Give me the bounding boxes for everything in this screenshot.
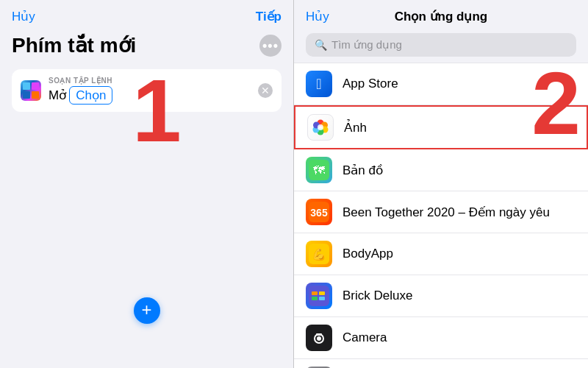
app-icon-maps: 🗺 (306, 157, 332, 183)
left-title-row: Phím tắt mới ••• (0, 30, 293, 69)
app-icon-bodyapp: 💪 (306, 241, 332, 267)
choose-button[interactable]: Chọn (69, 86, 112, 105)
camera-icon-svg (309, 328, 329, 348)
add-action-button[interactable]: + (134, 297, 160, 324)
close-icon: ✕ (261, 85, 270, 96)
app-name-been: Been Together 2020 – Đếm ngày yêu (343, 205, 550, 220)
left-header: Hủy Tiếp (0, 0, 293, 30)
svg-text:🗺: 🗺 (313, 164, 325, 177)
left-panel: Hủy Tiếp Phím tắt mới ••• SOẠN TẬP LỆNH … (0, 0, 294, 368)
app-icon-camera (306, 325, 332, 351)
app-list:  App Store Ảnh (294, 63, 588, 368)
been-icon-svg: 365 (309, 202, 329, 222)
left-cancel-button[interactable]: Hủy (12, 9, 35, 24)
app-icon-brick (306, 283, 332, 309)
more-button[interactable]: ••• (259, 35, 282, 57)
open-label: Mở (49, 88, 66, 103)
script-section-label: SOẠN TẬP LỆNH (49, 77, 112, 85)
app-item-brick[interactable]: Brick Deluxe (294, 275, 588, 317)
app-item-bodyapp[interactable]: 💪 BodyApp (294, 233, 588, 275)
svg-point-20 (317, 336, 321, 341)
search-placeholder: Tìm ứng dụng (331, 38, 402, 52)
right-cancel-button[interactable]: Hủy (306, 9, 329, 24)
svg-rect-13 (309, 286, 329, 306)
script-label-col: SOẠN TẬP LỆNH Mở Chọn (49, 77, 112, 105)
app-name-camera: Camera (343, 330, 387, 345)
search-bar[interactable]: 🔍 Tìm ứng dụng (306, 33, 576, 57)
page-title: Phím tắt mới (12, 33, 136, 57)
svg-rect-16 (312, 297, 318, 300)
app-item-settings[interactable]: Cài đặt (294, 359, 588, 368)
brick-icon-svg (309, 286, 329, 306)
script-action-row: Mở Chọn (49, 86, 112, 105)
app-name-maps: Bản đồ (343, 163, 383, 178)
app-icon-photos (307, 114, 334, 141)
right-header: Hủy Chọn ứng dụng (294, 0, 588, 30)
close-script-button[interactable]: ✕ (258, 83, 273, 98)
plus-icon: + (141, 301, 151, 319)
bodyapp-icon-svg: 💪 (309, 244, 329, 264)
svg-rect-15 (319, 291, 325, 295)
svg-rect-14 (312, 291, 318, 295)
photos-icon-svg (309, 116, 331, 138)
app-icon-appstore:  (306, 71, 332, 97)
script-card: SOẠN TẬP LỆNH Mở Chọn ✕ (12, 69, 282, 112)
svg-rect-17 (319, 297, 325, 300)
appstore-icon-symbol:  (316, 76, 321, 93)
app-item-photos[interactable]: Ảnh (294, 105, 588, 149)
maps-icon-svg: 🗺 (309, 160, 329, 180)
app-item-maps[interactable]: 🗺 Bản đồ (294, 149, 588, 191)
app-item-appstore[interactable]:  App Store (294, 63, 588, 105)
left-next-button[interactable]: Tiếp (256, 9, 282, 24)
app-name-brick: Brick Deluxe (343, 289, 412, 303)
script-icon (21, 80, 41, 101)
script-card-inner: SOẠN TẬP LỆNH Mở Chọn (21, 77, 252, 105)
svg-point-6 (318, 124, 323, 130)
app-name-bodyapp: BodyApp (343, 247, 393, 261)
svg-text:365: 365 (310, 207, 328, 219)
app-name-photos: Ảnh (344, 120, 367, 135)
app-name-appstore: App Store (343, 77, 398, 91)
svg-rect-21 (316, 333, 322, 336)
app-item-camera[interactable]: Camera (294, 317, 588, 359)
right-panel-title: Chọn ứng dụng (395, 9, 487, 24)
search-icon: 🔍 (315, 39, 327, 51)
app-icon-been: 365 (306, 199, 332, 225)
svg-text:💪: 💪 (312, 247, 326, 261)
app-item-been[interactable]: 365 Been Together 2020 – Đếm ngày yêu (294, 191, 588, 233)
right-panel: Hủy Chọn ứng dụng 🔍 Tìm ứng dụng  App S… (294, 0, 588, 368)
more-icon: ••• (262, 39, 279, 52)
